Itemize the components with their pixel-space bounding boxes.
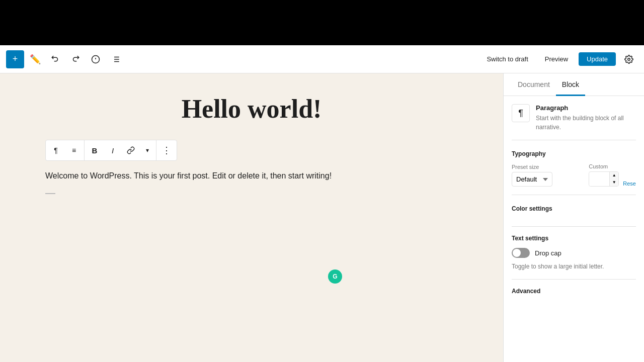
list-view-button[interactable] [107, 50, 125, 68]
text-settings-section: Text settings Drop cap Toggle to show a … [512, 235, 636, 280]
drop-cap-row: Drop cap [512, 248, 636, 258]
custom-size-label: Custom [589, 163, 619, 169]
preview-button[interactable]: Preview [538, 52, 575, 66]
color-settings-title: Color settings [512, 205, 636, 212]
paragraph-block-icon: ¶ [518, 108, 523, 119]
custom-size-input-wrap: ▲ ▼ [589, 171, 619, 187]
top-black-bar [0, 0, 644, 45]
editor-content: Hello world! ¶ ≡ B I [45, 94, 458, 194]
tab-document[interactable]: Document [512, 73, 556, 96]
toggle-track[interactable] [512, 248, 530, 258]
block-info-description: Start with the building block of all nar… [536, 114, 636, 132]
sidebar: Document Block ¶ Paragraph Start with th… [503, 73, 644, 362]
info-icon [91, 55, 100, 64]
redo-button[interactable] [66, 50, 85, 68]
gear-icon [624, 55, 633, 64]
italic-button[interactable]: I [104, 141, 122, 159]
add-block-button[interactable]: + [6, 50, 24, 68]
tab-block[interactable]: Block [556, 73, 585, 96]
toolbar-left: + ✏️ [6, 50, 478, 68]
format-dropdown-button[interactable]: ▾ [140, 141, 155, 159]
editor-area[interactable]: Hello world! ¶ ≡ B I [0, 73, 503, 362]
advanced-section-title: Advanced [512, 288, 636, 295]
format-group-more: ⋮ [156, 140, 177, 160]
typography-section-title: Typography [512, 150, 636, 157]
link-button[interactable] [122, 141, 140, 159]
font-size-left: Preset size Default Small Normal Medium … [512, 164, 585, 187]
post-title[interactable]: Hello world! [45, 94, 458, 125]
align-button[interactable]: ≡ [65, 141, 83, 159]
add-icon: + [13, 54, 18, 64]
preset-size-label: Preset size [512, 164, 585, 170]
more-options-button[interactable]: ⋮ [157, 141, 176, 159]
custom-size-spin: ▲ ▼ [609, 172, 618, 186]
custom-size-input[interactable] [589, 172, 609, 186]
drop-cap-label: Drop cap [535, 249, 561, 257]
custom-size-wrap: Custom ▲ ▼ [589, 163, 619, 187]
undo-button[interactable] [46, 50, 64, 68]
toolbar: + ✏️ Switch to draft Preview Update [0, 45, 644, 73]
details-button[interactable] [87, 50, 105, 68]
add-block-line [45, 193, 55, 194]
drop-cap-description: Toggle to show a large initial letter. [512, 262, 636, 271]
format-group-paragraph: ¶ ≡ [46, 140, 85, 160]
svg-point-9 [628, 58, 630, 60]
text-settings-title: Text settings [512, 235, 636, 242]
grammarly-icon: G [328, 269, 342, 284]
drop-cap-toggle[interactable] [512, 248, 530, 258]
color-settings-section: Color settings [512, 205, 636, 227]
toolbar-right: Switch to draft Preview Update [480, 50, 638, 68]
spin-up-button[interactable]: ▲ [610, 172, 618, 179]
tools-icon: ✏️ [30, 54, 41, 65]
paragraph-block[interactable]: Welcome to WordPress. This is your first… [45, 169, 458, 183]
paragraph-icon: ¶ [54, 146, 58, 154]
tools-button[interactable]: ✏️ [26, 50, 44, 68]
block-info: ¶ Paragraph Start with the building bloc… [512, 104, 636, 140]
block-info-text: Paragraph Start with the building block … [536, 104, 636, 132]
advanced-section: Advanced [512, 288, 636, 295]
reset-size-button[interactable]: Rese [623, 180, 636, 187]
paragraph-icon-button[interactable]: ¶ [47, 141, 65, 159]
block-info-title: Paragraph [536, 104, 636, 112]
list-icon [111, 55, 120, 64]
block-icon: ¶ [512, 104, 530, 122]
toggle-knob [513, 249, 521, 257]
switch-to-draft-button[interactable]: Switch to draft [480, 52, 534, 66]
ellipsis-icon: ⋮ [162, 145, 171, 156]
redo-icon [71, 55, 80, 64]
bold-button[interactable]: B [86, 141, 104, 159]
link-icon [127, 146, 135, 154]
font-size-right: Custom ▲ ▼ Rese [589, 163, 636, 187]
main-layout: Hello world! ¶ ≡ B I [0, 73, 644, 362]
preset-size-select[interactable]: Default Small Normal Medium Large [512, 172, 552, 187]
sidebar-content: ¶ Paragraph Start with the building bloc… [504, 96, 644, 311]
add-block-indicator [45, 193, 458, 194]
align-icon: ≡ [72, 146, 76, 154]
spin-down-button[interactable]: ▼ [610, 179, 618, 186]
format-toolbar: ¶ ≡ B I ▾ [45, 140, 177, 161]
format-group-text: B I ▾ [85, 140, 156, 160]
update-button[interactable]: Update [579, 52, 616, 66]
undo-icon [51, 55, 60, 64]
typography-section: Typography Preset size Default Small Nor… [512, 150, 636, 195]
settings-button[interactable] [620, 50, 638, 68]
font-size-controls: Preset size Default Small Normal Medium … [512, 163, 636, 187]
sidebar-tabs: Document Block [504, 73, 644, 96]
chevron-down-icon: ▾ [146, 147, 149, 154]
